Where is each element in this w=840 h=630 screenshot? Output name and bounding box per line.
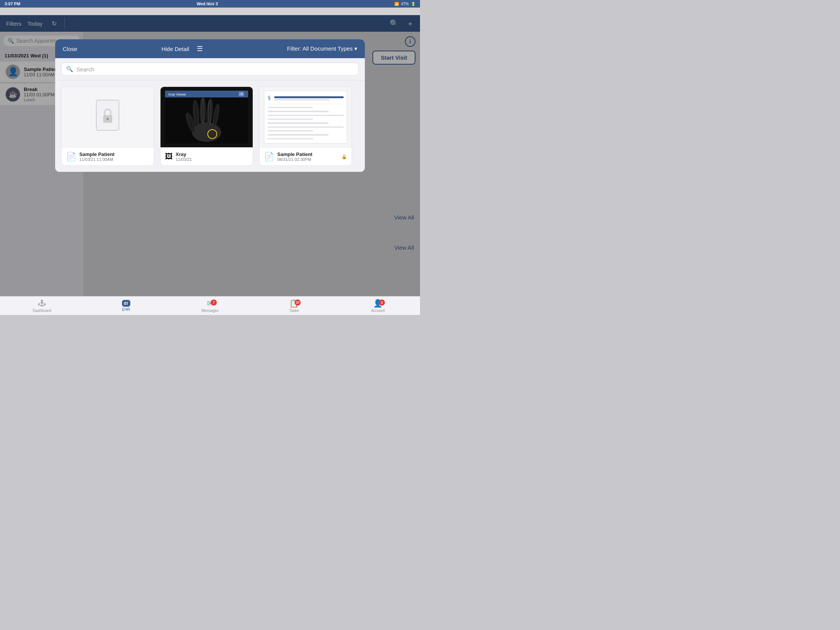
documents-grid: 📄 Sample Patient 11/03/21 11:00AM Xray [55, 81, 365, 172]
tab-ehr-label: EHR [122, 308, 130, 312]
filter-button[interactable]: Filter: All Document Types ▾ [287, 45, 357, 52]
doc-line-7 [267, 130, 313, 131]
locked-doc-name: Sample Patient [79, 152, 149, 157]
ehr-badge: dr [122, 300, 130, 307]
modal-title-center: Hide Detail ☰ [85, 44, 279, 53]
status-bar: 3:07 PM Wed Nov 3 📶 47% 🔋 [0, 0, 420, 8]
medical-doc-thumbnail: ⚕ [259, 87, 352, 147]
xray-doc-name: Xray [175, 152, 248, 157]
locked-doc-thumbnail [62, 87, 154, 147]
modal-header: Close Hide Detail ☰ Filter: All Document… [55, 39, 365, 58]
doc-line-2 [267, 111, 328, 112]
svg-point-12 [200, 97, 205, 126]
medical-doc-name: Sample Patient [277, 152, 338, 157]
xray-doc-meta: Xray 11/03/21 [175, 152, 248, 162]
caduceus-icon: ⚕ [267, 94, 271, 103]
tab-dashboard[interactable]: 🕹 Dashboard [0, 299, 84, 313]
svg-text:Xray Viewer: Xray Viewer [168, 93, 186, 96]
wifi-icon: 📶 [394, 2, 399, 6]
messages-badge: 7 [211, 300, 217, 306]
search-text: Search [76, 66, 95, 73]
medical-doc-icon: 📄 [264, 152, 274, 162]
status-icons: 📶 47% 🔋 [394, 2, 415, 6]
medical-doc-header: ⚕ [267, 94, 344, 104]
hide-detail-button[interactable]: Hide Detail [161, 46, 189, 52]
modal-search-area: 🔍 Search [55, 58, 365, 81]
doc-line-3 [267, 115, 344, 116]
doc-line-5 [267, 122, 328, 123]
document-card-xray[interactable]: Xray Viewer ✕ [160, 87, 253, 166]
doc-line-9 [267, 138, 313, 139]
three-dots-indicator [206, 2, 214, 4]
tasks-badge: 37 [295, 300, 301, 306]
tab-tasks-label: Tasks [289, 309, 299, 313]
tab-bar: 🕹 Dashboard dr EHR 7 ✉ Messages 37 📋 Tas… [0, 296, 420, 315]
locked-doc-info: 📄 Sample Patient 11/03/21 11:00AM [62, 147, 154, 166]
list-view-icon[interactable]: ☰ [197, 44, 203, 53]
app-background: Filters Today ↻ 🔍 ＋ 🔍 Search Appointment… [0, 8, 420, 315]
battery-text: 47% [401, 2, 409, 6]
image-icon: 🖼 [165, 152, 173, 161]
account-badge: 3 [379, 300, 385, 306]
doc-line-1 [267, 107, 313, 108]
document-lock-icon: 🔒 [341, 154, 347, 159]
medical-doc-preview: ⚕ [264, 91, 347, 144]
svg-point-3 [106, 118, 109, 120]
tab-account[interactable]: 3 👤 Account [336, 299, 420, 313]
svg-text:✕: ✕ [240, 92, 243, 96]
doc-line-8 [267, 134, 328, 135]
medical-doc-info: 📄 Sample Patient 08/31/21 02:30PM 🔒 [259, 147, 352, 166]
tab-messages-label: Messages [201, 309, 219, 313]
medical-doc-date: 08/31/21 02:30PM [277, 157, 338, 162]
locked-doc-meta: Sample Patient 11/03/21 11:00AM [79, 152, 149, 162]
doc-line-4 [267, 118, 313, 120]
document-card-medical[interactable]: ⚕ [259, 87, 352, 166]
modal-search-bar[interactable]: 🔍 Search [61, 63, 359, 76]
search-icon: 🔍 [66, 66, 73, 73]
tab-ehr[interactable]: dr EHR [84, 300, 168, 312]
status-time: 3:07 PM [5, 2, 21, 6]
xray-doc-date: 11/03/21 [175, 157, 248, 162]
tab-account-label: Account [371, 309, 385, 313]
modal-close-button[interactable]: Close [63, 46, 77, 52]
xray-svg: Xray Viewer ✕ [165, 91, 248, 144]
medical-doc-meta: Sample Patient 08/31/21 02:30PM [277, 152, 338, 162]
doc-add-icon: 📄 [66, 152, 76, 162]
document-card-locked[interactable]: 📄 Sample Patient 11/03/21 11:00AM [61, 87, 154, 166]
tab-tasks[interactable]: 37 📋 Tasks [252, 299, 336, 313]
battery-icon: 🔋 [411, 2, 415, 6]
dashboard-icon: 🕹 [38, 299, 46, 308]
modal-overlay: Close Hide Detail ☰ Filter: All Document… [0, 15, 420, 296]
locked-doc-date: 11/03/21 11:00AM [79, 157, 149, 162]
tab-messages[interactable]: 7 ✉ Messages [168, 299, 252, 313]
xray-thumbnail: Xray Viewer ✕ [161, 87, 253, 147]
tab-dashboard-label: Dashboard [33, 309, 51, 313]
locked-doc-svg [93, 98, 123, 136]
document-modal: Close Hide Detail ☰ Filter: All Document… [55, 39, 365, 172]
doc-line-6 [267, 126, 344, 128]
xray-doc-info: 🖼 Xray 11/03/21 [161, 147, 253, 166]
